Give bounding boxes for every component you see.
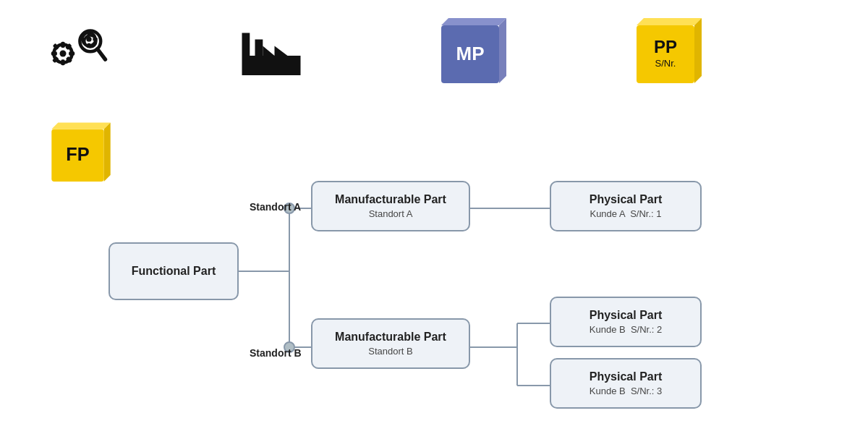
pp-cube-item: PP S/Nr. <box>629 14 694 80</box>
manufacturable-part-b-node: Manufacturable Part Standort B <box>311 318 470 369</box>
standort-b-label: Standort B <box>250 347 302 359</box>
icons-row: MP PP S/Nr. <box>43 14 694 80</box>
functional-part-node: Functional Part <box>109 242 239 300</box>
svg-text:PP: PP <box>654 37 677 56</box>
svg-marker-27 <box>637 18 702 25</box>
mp-b-sub: Standort B <box>368 346 412 357</box>
functional-part-title: Functional Part <box>132 265 216 278</box>
gear-search-icon-item <box>43 22 109 80</box>
svg-marker-28 <box>694 18 702 83</box>
mp-b-title: Manufacturable Part <box>335 331 446 344</box>
svg-text:S/Nr.: S/Nr. <box>655 58 676 69</box>
mp-cube-icon: MP <box>434 14 514 90</box>
manufacturable-part-a-node: Manufacturable Part Standort A <box>311 181 470 231</box>
svg-marker-23 <box>441 18 506 25</box>
mp-a-title: Manufacturable Part <box>335 193 446 206</box>
svg-rect-19 <box>242 33 250 56</box>
svg-rect-20 <box>255 40 263 56</box>
pp-b2-title: Physical Part <box>590 370 663 383</box>
physical-part-b1-node: Physical Part Kunde B S/Nr.: 2 <box>550 297 702 347</box>
mp-cube-item: MP <box>434 14 499 80</box>
svg-marker-21 <box>242 46 301 76</box>
svg-rect-3 <box>61 59 64 65</box>
svg-line-18 <box>98 49 106 59</box>
pp-b1-sub: Kunde B S/Nr.: 2 <box>590 324 662 335</box>
physical-part-b2-node: Physical Part Kunde B S/Nr.: 3 <box>550 358 702 409</box>
pp-b2-sub: Kunde B S/Nr.: 3 <box>590 386 662 396</box>
svg-marker-24 <box>499 18 506 83</box>
factory-icon-item <box>239 25 304 80</box>
pp-a1-sub: Kunde A S/Nr.: 1 <box>590 208 661 219</box>
svg-rect-2 <box>61 42 64 48</box>
svg-marker-32 <box>51 123 110 129</box>
pp-a1-title: Physical Part <box>590 193 663 206</box>
svg-rect-5 <box>69 51 75 55</box>
pp-b1-title: Physical Part <box>590 309 663 322</box>
svg-rect-4 <box>51 51 57 55</box>
factory-icon <box>239 25 304 80</box>
pp-cube-icon: PP S/Nr. <box>629 14 709 90</box>
standort-a-label: Standort A <box>250 201 301 213</box>
gear-search-icon <box>43 22 109 80</box>
physical-part-a1-node: Physical Part Kunde A S/Nr.: 1 <box>550 181 702 231</box>
svg-text:MP: MP <box>456 43 485 64</box>
diagram-area: Functional Part Standort A Manufacturabl… <box>22 141 854 423</box>
mp-a-sub: Standort A <box>369 208 413 219</box>
svg-point-1 <box>60 51 67 57</box>
